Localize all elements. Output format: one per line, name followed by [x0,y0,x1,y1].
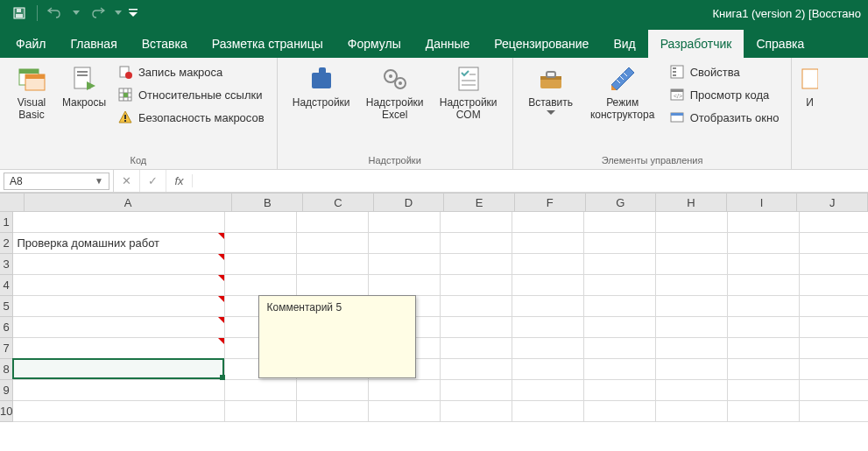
cell-E7[interactable] [441,338,512,359]
cell-E2[interactable] [441,233,512,254]
cell-G4[interactable] [584,275,656,296]
column-header-G[interactable]: G [586,193,657,211]
comment-marker[interactable] [218,254,224,260]
cell-B2[interactable] [225,233,297,254]
macros-button[interactable]: Макросы [58,61,110,110]
cell-H1[interactable] [656,212,728,233]
cell-J9[interactable] [800,380,868,401]
cell-H3[interactable] [656,254,728,275]
cell-I5[interactable] [728,296,800,317]
cell-G2[interactable] [584,233,656,254]
column-header-I[interactable]: I [727,193,798,211]
properties-button[interactable]: Свойства [666,61,783,82]
row-header-9[interactable]: 9 [0,380,13,401]
redo-dropdown[interactable] [113,2,123,25]
column-header-C[interactable]: C [303,193,374,211]
cell-G1[interactable] [584,212,656,233]
cell-I4[interactable] [728,275,800,296]
qat-customize[interactable] [127,2,139,25]
cell-F8[interactable] [512,359,584,380]
row-header-6[interactable]: 6 [0,317,13,338]
cell-H8[interactable] [656,359,728,380]
cell-D1[interactable] [369,212,441,233]
cell-B4[interactable] [225,275,297,296]
view-code-button[interactable]: </> Просмотр кода [666,84,783,105]
cell-H4[interactable] [656,275,728,296]
cell-J5[interactable] [800,296,868,317]
column-header-J[interactable]: J [797,193,868,211]
cell-A1[interactable] [13,212,225,233]
excel-addins-button[interactable]: Надстройки Excel [360,61,430,123]
tab-данные[interactable]: Данные [413,30,483,58]
macro-security-button[interactable]: Безопасность макросов [114,107,268,128]
cell-E10[interactable] [441,401,512,422]
fx-label[interactable]: fx [166,174,193,187]
cell-G3[interactable] [584,254,656,275]
cell-E8[interactable] [441,359,512,380]
cell-I9[interactable] [728,380,800,401]
row-header-3[interactable]: 3 [0,254,13,275]
undo-button[interactable] [43,2,67,25]
tab-вид[interactable]: Вид [601,30,647,58]
cancel-formula-button[interactable]: ✕ [114,170,140,192]
cell-C4[interactable] [297,275,369,296]
cell-F10[interactable] [512,401,584,422]
visual-basic-button[interactable]: Visual Basic [9,61,54,123]
cell-H5[interactable] [656,296,728,317]
cell-C9[interactable] [297,380,369,401]
cell-C10[interactable] [297,401,369,422]
cell-H2[interactable] [656,233,728,254]
cell-J4[interactable] [800,275,868,296]
cell-J6[interactable] [800,317,868,338]
cell-A5[interactable] [13,296,225,317]
cell-E3[interactable] [441,254,512,275]
relative-refs-button[interactable]: Относительные ссылки [114,84,268,105]
cell-C3[interactable] [297,254,369,275]
comment-marker[interactable] [218,338,224,344]
cell-A6[interactable] [13,317,225,338]
row-header-8[interactable]: 8 [0,359,13,380]
tab-вставка[interactable]: Вставка [130,30,200,58]
cell-H6[interactable] [656,317,728,338]
cell-B1[interactable] [225,212,297,233]
save-button[interactable] [7,2,32,25]
tab-справка[interactable]: Справка [744,30,816,58]
accept-formula-button[interactable]: ✓ [140,170,166,192]
cell-B10[interactable] [225,401,297,422]
column-header-A[interactable]: A [25,193,233,211]
tab-рецензирование[interactable]: Рецензирование [482,30,601,58]
cell-G7[interactable] [584,338,656,359]
cell-A10[interactable] [13,401,225,422]
cell-A7[interactable] [13,338,225,359]
column-header-F[interactable]: F [515,193,586,211]
cell-I2[interactable] [728,233,800,254]
cell-A3[interactable] [13,254,225,275]
formula-bar-input[interactable] [193,170,868,192]
cell-F7[interactable] [512,338,584,359]
cell-F5[interactable] [512,296,584,317]
cell-D4[interactable] [369,275,441,296]
cell-J1[interactable] [800,212,868,233]
cell-A2[interactable]: Проверка домашних работ [13,233,225,254]
cell-G10[interactable] [584,401,656,422]
column-header-H[interactable]: H [656,193,727,211]
show-dialog-button[interactable]: Отобразить окно [666,107,783,128]
cell-F3[interactable] [512,254,584,275]
column-header-B[interactable]: B [232,193,303,211]
cell-E1[interactable] [441,212,512,233]
addins-button[interactable]: Надстройки [286,61,356,110]
cell-J10[interactable] [800,401,868,422]
cell-F4[interactable] [512,275,584,296]
cell-C2[interactable] [297,233,369,254]
cell-D10[interactable] [369,401,441,422]
cell-D9[interactable] [369,380,441,401]
cell-J8[interactable] [800,359,868,380]
column-header-E[interactable]: E [444,193,515,211]
comment-marker[interactable] [218,275,224,281]
cell-H9[interactable] [656,380,728,401]
cell-G5[interactable] [584,296,656,317]
chevron-down-icon[interactable]: ▼ [95,176,103,186]
record-macro-button[interactable]: Запись макроса [114,61,268,82]
cell-E4[interactable] [441,275,512,296]
tab-главная[interactable]: Главная [58,30,129,58]
